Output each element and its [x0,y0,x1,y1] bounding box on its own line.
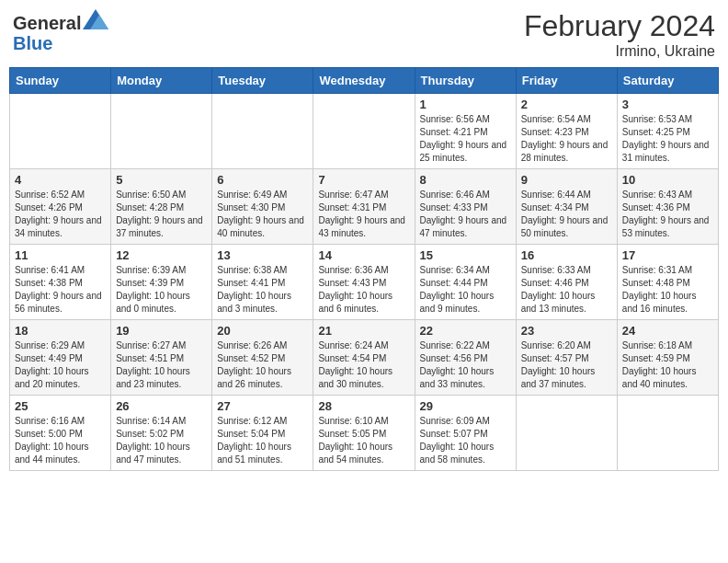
day-number: 7 [318,173,409,187]
calendar-cell: 10Sunrise: 6:43 AM Sunset: 4:36 PM Dayli… [617,169,718,245]
calendar-cell: 3Sunrise: 6:53 AM Sunset: 4:25 PM Daylig… [617,94,718,169]
calendar-cell: 8Sunrise: 6:46 AM Sunset: 4:33 PM Daylig… [415,169,516,245]
calendar-week-row: 18Sunrise: 6:29 AM Sunset: 4:49 PM Dayli… [10,320,719,396]
calendar-cell: 2Sunrise: 6:54 AM Sunset: 4:23 PM Daylig… [516,94,617,169]
day-header-saturday: Saturday [617,68,718,94]
calendar-cell: 15Sunrise: 6:34 AM Sunset: 4:44 PM Dayli… [415,245,516,320]
calendar-cell: 22Sunrise: 6:22 AM Sunset: 4:56 PM Dayli… [415,320,516,396]
day-number: 8 [420,173,511,187]
calendar-cell [10,94,111,169]
day-info: Sunrise: 6:26 AM Sunset: 4:52 PM Dayligh… [217,339,308,391]
day-number: 28 [318,399,409,413]
calendar-cell [617,396,718,471]
day-info: Sunrise: 6:18 AM Sunset: 4:59 PM Dayligh… [622,339,713,391]
day-number: 18 [15,324,106,338]
day-info: Sunrise: 6:24 AM Sunset: 4:54 PM Dayligh… [318,339,409,391]
day-number: 23 [521,324,612,338]
calendar-cell [111,94,212,169]
calendar-week-row: 1Sunrise: 6:56 AM Sunset: 4:21 PM Daylig… [10,94,719,169]
calendar-table: SundayMondayTuesdayWednesdayThursdayFrid… [9,67,719,471]
calendar-cell: 17Sunrise: 6:31 AM Sunset: 4:48 PM Dayli… [617,245,718,320]
day-number: 16 [521,248,612,262]
day-info: Sunrise: 6:43 AM Sunset: 4:36 PM Dayligh… [622,189,713,240]
day-info: Sunrise: 6:33 AM Sunset: 4:46 PM Dayligh… [521,264,612,316]
day-info: Sunrise: 6:31 AM Sunset: 4:48 PM Dayligh… [622,264,713,316]
day-number: 3 [622,98,713,111]
day-info: Sunrise: 6:27 AM Sunset: 4:51 PM Dayligh… [116,339,207,391]
day-number: 13 [217,248,308,262]
calendar-cell [516,396,617,471]
calendar-cell: 11Sunrise: 6:41 AM Sunset: 4:38 PM Dayli… [10,245,111,320]
day-number: 27 [217,399,308,413]
subtitle: Irmino, Ukraine [524,43,715,60]
page-header: General Blue February 2024 Irmino, Ukrai… [9,9,719,60]
day-info: Sunrise: 6:52 AM Sunset: 4:26 PM Dayligh… [15,189,106,240]
day-number: 12 [116,248,207,262]
calendar-week-row: 25Sunrise: 6:16 AM Sunset: 5:00 PM Dayli… [10,396,719,471]
calendar-cell: 12Sunrise: 6:39 AM Sunset: 4:39 PM Dayli… [111,245,212,320]
calendar-cell: 9Sunrise: 6:44 AM Sunset: 4:34 PM Daylig… [516,169,617,245]
day-number: 1 [420,98,511,111]
day-info: Sunrise: 6:50 AM Sunset: 4:28 PM Dayligh… [116,189,207,240]
calendar-cell: 28Sunrise: 6:10 AM Sunset: 5:05 PM Dayli… [313,396,415,471]
day-header-thursday: Thursday [415,68,516,94]
day-info: Sunrise: 6:44 AM Sunset: 4:34 PM Dayligh… [521,189,612,240]
title-block: February 2024 Irmino, Ukraine [524,9,715,60]
day-info: Sunrise: 6:39 AM Sunset: 4:39 PM Dayligh… [116,264,207,316]
calendar-cell [313,94,415,169]
calendar-cell: 29Sunrise: 6:09 AM Sunset: 5:07 PM Dayli… [415,396,516,471]
main-title: February 2024 [524,9,715,43]
calendar-cell: 5Sunrise: 6:50 AM Sunset: 4:28 PM Daylig… [111,169,212,245]
day-number: 6 [217,173,308,187]
day-info: Sunrise: 6:10 AM Sunset: 5:05 PM Dayligh… [318,415,409,466]
day-number: 17 [622,248,713,262]
calendar-cell: 20Sunrise: 6:26 AM Sunset: 4:52 PM Dayli… [212,320,313,396]
day-info: Sunrise: 6:29 AM Sunset: 4:49 PM Dayligh… [15,339,106,391]
day-number: 25 [15,399,106,413]
day-info: Sunrise: 6:56 AM Sunset: 4:21 PM Dayligh… [420,113,511,165]
day-header-sunday: Sunday [10,68,111,94]
calendar-cell: 13Sunrise: 6:38 AM Sunset: 4:41 PM Dayli… [212,245,313,320]
day-header-tuesday: Tuesday [212,68,313,94]
day-info: Sunrise: 6:49 AM Sunset: 4:30 PM Dayligh… [217,189,308,240]
day-info: Sunrise: 6:14 AM Sunset: 5:02 PM Dayligh… [116,415,207,466]
day-info: Sunrise: 6:12 AM Sunset: 5:04 PM Dayligh… [217,415,308,466]
calendar-cell: 26Sunrise: 6:14 AM Sunset: 5:02 PM Dayli… [111,396,212,471]
calendar-week-row: 4Sunrise: 6:52 AM Sunset: 4:26 PM Daylig… [10,169,719,245]
calendar-cell: 18Sunrise: 6:29 AM Sunset: 4:49 PM Dayli… [10,320,111,396]
day-number: 10 [622,173,713,187]
calendar-cell: 23Sunrise: 6:20 AM Sunset: 4:57 PM Dayli… [516,320,617,396]
calendar-cell: 16Sunrise: 6:33 AM Sunset: 4:46 PM Dayli… [516,245,617,320]
day-number: 24 [622,324,713,338]
day-info: Sunrise: 6:34 AM Sunset: 4:44 PM Dayligh… [420,264,511,316]
day-number: 29 [420,399,511,413]
day-info: Sunrise: 6:16 AM Sunset: 5:00 PM Dayligh… [15,415,106,466]
day-number: 26 [116,399,207,413]
calendar-week-row: 11Sunrise: 6:41 AM Sunset: 4:38 PM Dayli… [10,245,719,320]
day-info: Sunrise: 6:41 AM Sunset: 4:38 PM Dayligh… [15,264,106,316]
calendar-cell: 19Sunrise: 6:27 AM Sunset: 4:51 PM Dayli… [111,320,212,396]
calendar-cell: 1Sunrise: 6:56 AM Sunset: 4:21 PM Daylig… [415,94,516,169]
calendar-cell: 4Sunrise: 6:52 AM Sunset: 4:26 PM Daylig… [10,169,111,245]
day-info: Sunrise: 6:54 AM Sunset: 4:23 PM Dayligh… [521,113,612,165]
day-header-friday: Friday [516,68,617,94]
logo-icon [83,9,108,29]
calendar-cell [212,94,313,169]
day-number: 4 [15,173,106,187]
calendar-cell: 25Sunrise: 6:16 AM Sunset: 5:00 PM Dayli… [10,396,111,471]
day-number: 2 [521,98,612,111]
day-header-monday: Monday [111,68,212,94]
day-number: 22 [420,324,511,338]
logo-blue-text: Blue [13,33,108,53]
calendar-cell: 21Sunrise: 6:24 AM Sunset: 4:54 PM Dayli… [313,320,415,396]
calendar-cell: 14Sunrise: 6:36 AM Sunset: 4:43 PM Dayli… [313,245,415,320]
calendar-cell: 6Sunrise: 6:49 AM Sunset: 4:30 PM Daylig… [212,169,313,245]
day-info: Sunrise: 6:47 AM Sunset: 4:31 PM Dayligh… [318,189,409,240]
day-info: Sunrise: 6:46 AM Sunset: 4:33 PM Dayligh… [420,189,511,240]
day-info: Sunrise: 6:22 AM Sunset: 4:56 PM Dayligh… [420,339,511,391]
day-number: 20 [217,324,308,338]
day-number: 19 [116,324,207,338]
calendar-cell: 27Sunrise: 6:12 AM Sunset: 5:04 PM Dayli… [212,396,313,471]
day-number: 5 [116,173,207,187]
day-info: Sunrise: 6:53 AM Sunset: 4:25 PM Dayligh… [622,113,713,165]
